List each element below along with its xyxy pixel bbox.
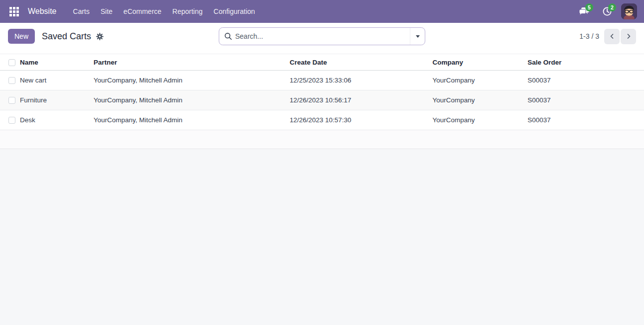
row-checkbox[interactable] <box>8 117 15 124</box>
control-panel: New Saved Carts <box>0 23 644 50</box>
table-row[interactable]: Furniture YourCompany, Mitchell Admin 12… <box>0 90 644 110</box>
column-header-create-date[interactable]: Create Date <box>290 54 432 71</box>
systray: 5 2 <box>575 2 637 20</box>
pager-buttons <box>604 29 636 44</box>
menu-item-reporting[interactable]: Reporting <box>167 0 208 23</box>
cell-sale-order: S00037 <box>528 90 644 110</box>
table-footer <box>0 130 644 149</box>
user-avatar-image <box>621 3 637 19</box>
cell-create-date: 12/26/2023 10:57:30 <box>290 110 432 130</box>
user-avatar[interactable] <box>621 3 637 19</box>
select-all-checkbox[interactable] <box>8 59 15 66</box>
activities-badge: 2 <box>608 3 616 11</box>
breadcrumb-area: New Saved Carts <box>8 29 105 44</box>
cell-sale-order: S00037 <box>528 110 644 130</box>
cell-name: New cart <box>20 71 94 90</box>
cell-company: YourCompany <box>432 90 528 110</box>
gear-icon <box>96 33 104 40</box>
column-header-company[interactable]: Company <box>432 54 528 71</box>
cell-name: Desk <box>20 110 94 130</box>
content-sheet: New Saved Carts <box>0 23 644 149</box>
saved-carts-table: Name Partner Create Date Company Sale Or… <box>0 54 644 130</box>
menu-item-configuration[interactable]: Configuration <box>208 0 260 23</box>
table-header-row: Name Partner Create Date Company Sale Or… <box>0 54 644 71</box>
view-settings-button[interactable] <box>95 32 105 41</box>
cell-company: YourCompany <box>432 110 528 130</box>
app-name[interactable]: Website <box>23 7 62 16</box>
search-input[interactable] <box>235 28 410 45</box>
cell-partner: YourCompany, Mitchell Admin <box>94 90 290 110</box>
search-icon <box>224 32 232 40</box>
list-view: Name Partner Create Date Company Sale Or… <box>0 54 644 149</box>
activities-button[interactable]: 2 <box>598 2 616 20</box>
messages-badge: 5 <box>585 3 593 11</box>
row-checkbox[interactable] <box>8 97 15 104</box>
cell-name: Furniture <box>20 90 94 110</box>
apps-grid-icon <box>9 7 19 16</box>
menu-item-site[interactable]: Site <box>95 0 118 23</box>
pager-previous-button[interactable] <box>604 29 620 44</box>
search-bar[interactable] <box>219 27 426 45</box>
pager: 1-3 / 3 <box>579 29 636 44</box>
pager-next-button[interactable] <box>621 29 636 44</box>
cell-partner: YourCompany, Mitchell Admin <box>94 71 290 90</box>
column-header-partner[interactable]: Partner <box>94 54 290 71</box>
chevron-left-icon <box>609 33 615 39</box>
column-header-sale-order[interactable]: Sale Order <box>528 54 644 71</box>
pager-value: 1-3 / 3 <box>579 32 599 40</box>
menu-item-ecommerce[interactable]: eCommerce <box>118 0 167 23</box>
cell-create-date: 12/25/2023 15:33:06 <box>290 71 432 90</box>
cell-company: YourCompany <box>432 71 528 90</box>
apps-menu-button[interactable] <box>5 2 23 20</box>
table-row[interactable]: Desk YourCompany, Mitchell Admin 12/26/2… <box>0 110 644 130</box>
chevron-down-icon <box>416 35 420 38</box>
new-button[interactable]: New <box>8 29 35 44</box>
top-navbar: Website Carts Site eCommerce Reporting C… <box>0 0 644 23</box>
table-row[interactable]: New cart YourCompany, Mitchell Admin 12/… <box>0 71 644 90</box>
cell-create-date: 12/26/2023 10:56:17 <box>290 90 432 110</box>
page-title: Saved Carts <box>42 31 91 42</box>
column-header-name[interactable]: Name <box>20 54 94 71</box>
messages-button[interactable]: 5 <box>575 2 593 20</box>
cell-partner: YourCompany, Mitchell Admin <box>94 110 290 130</box>
search-options-toggle[interactable] <box>410 28 425 45</box>
chevron-right-icon <box>626 33 632 39</box>
cell-sale-order: S00037 <box>528 71 644 90</box>
main-menu: Carts Site eCommerce Reporting Configura… <box>68 0 261 23</box>
menu-item-carts[interactable]: Carts <box>68 0 95 23</box>
row-checkbox[interactable] <box>8 77 15 84</box>
